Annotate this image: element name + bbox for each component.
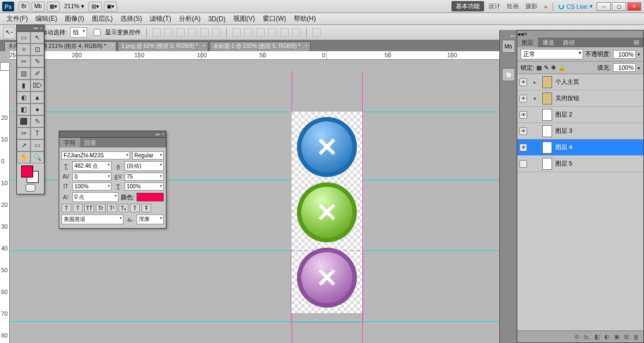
text-style-button[interactable]: T: [130, 204, 140, 212]
tool-button[interactable]: ⬛: [17, 115, 30, 127]
tab-paths[interactable]: 路径: [559, 38, 579, 47]
workspace-more[interactable]: »: [544, 3, 547, 10]
tools-panel[interactable]: ◂◂× ▭↖✧⊡✂✎▤✐▮⌦◐▲◧●⬛✎✑T↗▭✋🔍: [16, 24, 45, 194]
layer-action-button[interactable]: 🗑: [633, 334, 639, 340]
lock-pixels-icon[interactable]: ✎: [544, 64, 549, 71]
text-style-button[interactable]: Tr: [96, 204, 106, 212]
show-transform-checkbox[interactable]: [94, 29, 101, 36]
tool-button[interactable]: ↗: [17, 139, 30, 151]
font-style-field[interactable]: Regular: [132, 151, 164, 160]
tool-button[interactable]: ✎: [30, 115, 44, 127]
text-style-button[interactable]: TT: [84, 204, 94, 212]
layer-action-button[interactable]: ◐: [604, 333, 610, 340]
menu-item[interactable]: 编辑(E): [32, 13, 60, 24]
window-minimize[interactable]: ─: [597, 2, 611, 11]
visibility-toggle[interactable]: 👁: [519, 127, 527, 135]
tracking-field[interactable]: 75: [125, 173, 164, 181]
baseline-field[interactable]: 0 点: [72, 192, 119, 202]
document-tab[interactable]: 未标题-1 @ 232% (图层 5, RGB/8) *×: [209, 41, 311, 51]
blend-mode-select[interactable]: 正常: [521, 49, 583, 59]
layer-row[interactable]: 👁图层 2: [517, 107, 643, 123]
current-tool-icon[interactable]: ↖+: [3, 27, 15, 39]
layer-thumbnail[interactable]: [542, 93, 552, 105]
layer-name[interactable]: 图层 4: [555, 143, 572, 151]
menu-item[interactable]: 图层(L): [89, 13, 116, 24]
workspace-photo[interactable]: 摄影: [525, 2, 537, 10]
menu-item[interactable]: 图像(I): [61, 13, 87, 24]
font-size-field[interactable]: 482.46 点: [72, 161, 112, 171]
tab-channels[interactable]: 通道: [538, 38, 559, 47]
leading-field[interactable]: (自动): [125, 161, 164, 171]
text-style-button[interactable]: T: [61, 204, 71, 212]
close-icon[interactable]: ×: [524, 30, 527, 37]
cs-live[interactable]: CS Live▾: [559, 3, 593, 10]
menu-item[interactable]: 分析(A): [176, 13, 204, 24]
visibility-toggle[interactable]: 👁: [519, 111, 527, 119]
window-maximize[interactable]: ▢: [612, 2, 626, 11]
text-color-swatch[interactable]: [137, 193, 164, 201]
antialias-field[interactable]: 浑厚: [137, 215, 164, 224]
layer-thumbnail[interactable]: [542, 142, 552, 154]
history-icon[interactable]: 🕘: [502, 68, 515, 81]
text-style-button[interactable]: Ŧ: [141, 204, 151, 212]
close-icon[interactable]: ×: [203, 43, 206, 48]
kerning-field[interactable]: 0: [72, 173, 112, 181]
workspace-design[interactable]: 设计: [488, 2, 500, 10]
fill-field[interactable]: 100%: [613, 63, 636, 72]
layer-action-button[interactable]: fx.: [584, 334, 590, 340]
tool-button[interactable]: ▤: [17, 68, 30, 79]
window-close[interactable]: ✕: [627, 2, 641, 11]
auto-select-target[interactable]: 组: [70, 27, 87, 38]
layer-name[interactable]: 图层 2: [555, 111, 572, 119]
layer-action-button[interactable]: ◧: [595, 333, 600, 340]
collapse-icon[interactable]: ◂◂: [155, 132, 159, 137]
layer-thumbnail[interactable]: [542, 125, 552, 137]
layer-row[interactable]: 图层 5: [517, 156, 643, 172]
collapse-icon[interactable]: ◂◂: [517, 30, 524, 37]
minibridge-button[interactable]: Mb: [32, 2, 45, 11]
tool-button[interactable]: T: [30, 127, 44, 139]
lock-transparent-icon[interactable]: ▦: [536, 64, 542, 71]
arrange-button[interactable]: ▤▾: [89, 2, 102, 11]
layer-thumbnail[interactable]: [542, 109, 552, 121]
ruler-vertical[interactable]: 20100102030405060708090100: [0, 71, 10, 343]
menu-item[interactable]: 帮助(H): [290, 13, 319, 24]
tool-button[interactable]: ⊡: [30, 44, 44, 56]
menu-item[interactable]: 滤镜(T): [146, 13, 174, 24]
panel-menu-icon[interactable]: ▤: [629, 38, 643, 47]
tool-button[interactable]: ✑: [17, 127, 30, 139]
tab-layers[interactable]: 图层: [517, 38, 538, 47]
disclosure-icon[interactable]: ▸: [534, 79, 539, 85]
hscale-field[interactable]: 100%: [125, 182, 164, 191]
language-field[interactable]: 美国英语: [61, 215, 123, 224]
document-tab[interactable]: 1.png @ 82% (图层 0, RGB/8) *×: [117, 41, 208, 51]
layer-action-button[interactable]: ▣: [614, 333, 620, 340]
minibridge-icon[interactable]: Mb: [502, 40, 515, 53]
screen-mode-button[interactable]: ▦▾: [47, 2, 60, 11]
layer-action-button[interactable]: ⊘: [574, 333, 579, 340]
tool-button[interactable]: ●: [30, 103, 44, 115]
close-icon[interactable]: ×: [162, 132, 164, 137]
layer-row[interactable]: 👁图层 4: [517, 139, 643, 156]
vscale-field[interactable]: 100%: [72, 182, 112, 191]
opacity-field[interactable]: 100%: [613, 50, 636, 59]
lock-all-icon[interactable]: 🔒: [558, 64, 566, 71]
collapse-icon[interactable]: ◂◂: [33, 26, 38, 30]
menu-item[interactable]: 选择(S): [117, 13, 145, 24]
color-swatches[interactable]: [17, 163, 44, 182]
guide-vertical[interactable]: [362, 71, 363, 343]
visibility-toggle[interactable]: 👁: [519, 78, 527, 86]
tool-button[interactable]: ▮: [17, 79, 30, 91]
menu-item[interactable]: 窗口(W): [259, 13, 289, 24]
document-canvas[interactable]: ✕ ✕ ✕: [292, 112, 362, 313]
layer-action-button[interactable]: ⊞: [624, 333, 629, 340]
layer-group-row[interactable]: 👁▾关闭按钮: [517, 90, 643, 107]
workspace-active[interactable]: 基本功能: [451, 1, 484, 11]
bridge-button[interactable]: Br: [18, 2, 29, 11]
layers-panel[interactable]: ◂◂× 图层 通道 路径 ▤ 正常 不透明度: 100% ▸ 锁定: ▦ ✎ ✥…: [517, 30, 644, 343]
close-icon[interactable]: ×: [40, 26, 42, 30]
disclosure-icon[interactable]: ▾: [534, 96, 539, 101]
tool-button[interactable]: ✋: [17, 151, 30, 163]
layer-group-row[interactable]: 👁▸个人主页: [517, 74, 643, 90]
tool-button[interactable]: ✂: [17, 56, 30, 68]
